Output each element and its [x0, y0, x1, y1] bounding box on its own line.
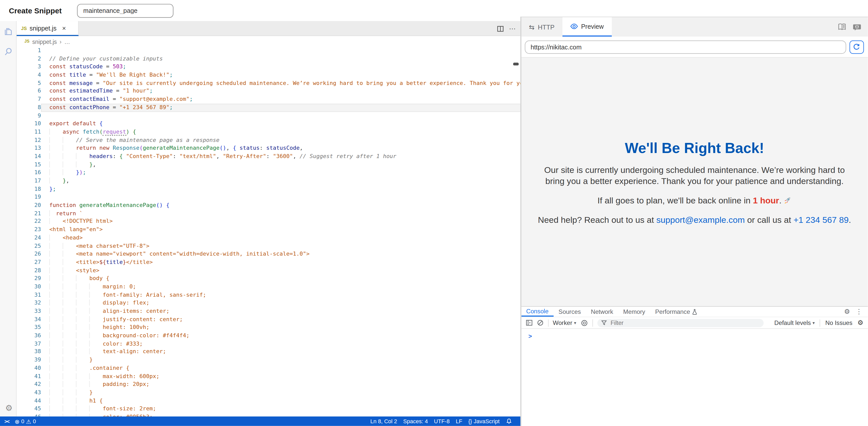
code-line: 44 h1 {: [17, 397, 521, 405]
clear-console-icon[interactable]: [537, 319, 543, 326]
line-number: 27: [17, 258, 41, 266]
devtools-tab-console[interactable]: Console: [521, 307, 553, 317]
execution-context-selector[interactable]: Worker ▾: [553, 319, 576, 326]
context-label: Worker: [553, 319, 572, 326]
code-line: 26 <meta name="viewport" content="width=…: [17, 250, 521, 258]
code-line-content: margin: 0;: [41, 283, 521, 291]
line-number: 30: [17, 283, 41, 291]
problems-indicator[interactable]: ⊗ 0 ⚠ 0: [14, 418, 36, 425]
files-icon[interactable]: [3, 27, 13, 37]
url-row: [521, 36, 868, 57]
breadcrumb-file[interactable]: snippet.js: [32, 38, 57, 45]
code-line-content: const title = "We'll Be Right Back!";: [41, 71, 521, 79]
editor-scrollbar-thumb[interactable]: [513, 63, 518, 65]
filter-input[interactable]: [609, 319, 760, 327]
notifications-bell-icon[interactable]: [506, 418, 512, 424]
eta-value: 1 hour: [753, 196, 779, 205]
code-line: 8const contactPhone = "+1 234 567 89";: [17, 104, 521, 112]
code-line-content: const contactPhone = "+1 234 567 89";: [41, 104, 521, 112]
devtools-tabbar: ConsoleSourcesNetworkMemoryPerformance ⚙…: [521, 307, 868, 317]
refresh-button[interactable]: [849, 40, 864, 54]
eta-prefix: If all goes to plan, we'll be back onlin…: [597, 196, 753, 205]
devtools-tab-memory[interactable]: Memory: [618, 307, 650, 317]
encoding-setting[interactable]: UTF-8: [434, 418, 450, 424]
devtools-tab-network[interactable]: Network: [586, 307, 618, 317]
phone-link[interactable]: +1 234 567 89: [794, 215, 848, 225]
code-editor[interactable]: 12// Define your customizable inputs3con…: [17, 47, 521, 417]
error-count: 0: [21, 418, 24, 424]
code-line-content: body {: [41, 275, 521, 283]
console-sidebar-toggle-icon[interactable]: [526, 319, 532, 326]
breadcrumb[interactable]: JS snippet.js › …: [17, 36, 521, 47]
snippet-name-input[interactable]: [77, 3, 174, 18]
line-number: 23: [17, 226, 41, 234]
line-number: 11: [17, 128, 41, 136]
settings-gear-icon[interactable]: ⚙: [4, 403, 14, 413]
devtools-tab-label: Sources: [558, 308, 581, 315]
devtools-tab-sources[interactable]: Sources: [553, 307, 586, 317]
tab-preview[interactable]: Preview: [562, 17, 612, 36]
more-actions-icon[interactable]: ⋯: [509, 25, 516, 32]
language-mode[interactable]: {} JavaScript: [468, 418, 499, 424]
discord-icon[interactable]: [853, 23, 861, 31]
editor-tab-snippet-js[interactable]: JS snippet.js ×: [17, 21, 79, 36]
line-number: 34: [17, 315, 41, 323]
devtools-settings-gear-icon[interactable]: ⚙: [844, 308, 850, 316]
code-line-content: padding: 20px;: [41, 380, 521, 389]
remote-indicator-icon[interactable]: ><: [4, 419, 9, 424]
indentation-setting[interactable]: Spaces: 4: [403, 418, 428, 424]
code-line-content: return `: [41, 209, 521, 218]
line-number: 7: [17, 95, 41, 104]
devtools-tab-label: Memory: [623, 308, 645, 315]
code-line-content: // Serve the maintenance page as a respo…: [41, 136, 521, 144]
activity-bar: ⚙: [0, 21, 17, 417]
split-editor-icon[interactable]: [497, 25, 503, 32]
tab-preview-label: Preview: [581, 23, 604, 29]
devtools-tab-performance[interactable]: Performance: [650, 307, 702, 317]
breadcrumb-more[interactable]: …: [64, 38, 70, 45]
console-filter[interactable]: [597, 319, 764, 327]
line-number: 38: [17, 348, 41, 356]
app-root: Create Snippet Cancel Snippet rule Deplo…: [0, 0, 868, 426]
line-number: 45: [17, 405, 41, 413]
line-number: 16: [17, 169, 41, 177]
levels-label: Default levels: [774, 319, 811, 326]
code-line-content: }: [41, 389, 521, 397]
help-suffix: .: [848, 215, 851, 225]
console-input-row[interactable]: >: [521, 329, 868, 340]
close-icon[interactable]: ×: [62, 25, 66, 31]
code-line-content: .container {: [41, 364, 521, 372]
issues-counter[interactable]: No Issues: [825, 319, 852, 326]
preview-url-input[interactable]: [524, 40, 846, 54]
cursor-position[interactable]: Ln 8, Col 2: [370, 418, 397, 424]
log-levels-dropdown[interactable]: Default levels ▾: [774, 319, 815, 326]
console-toolbar: Worker ▾: [521, 317, 868, 329]
code-line: 38 text-align: center;: [17, 348, 521, 356]
code-line: 30 margin: 0;: [17, 283, 521, 291]
tab-http-label: HTTP: [538, 24, 554, 30]
kebab-menu-icon[interactable]: ⋮: [856, 308, 862, 316]
support-email-link[interactable]: support@example.com: [656, 215, 745, 225]
line-number: 13: [17, 144, 41, 152]
chevron-right-icon: ›: [60, 38, 62, 45]
eta-line: If all goes to plan, we'll be back onlin…: [521, 196, 868, 207]
line-number: 10: [17, 120, 41, 128]
code-line: 46 color: #0056b3;: [17, 413, 521, 417]
code-line-content: <head>: [41, 234, 521, 242]
code-lines: 12// Define your customizable inputs3con…: [17, 47, 521, 417]
devtools-tab-label: Network: [591, 308, 613, 315]
live-expression-eye-icon[interactable]: [581, 319, 588, 326]
code-line-content: <meta charset="UTF-8">: [41, 242, 521, 250]
line-number: 43: [17, 389, 41, 397]
code-line-content: <title>${title}</title>: [41, 258, 521, 266]
search-icon[interactable]: [3, 47, 13, 57]
line-number: 26: [17, 250, 41, 258]
code-line-content: <meta name="viewport" content="width=dev…: [41, 250, 521, 258]
swap-arrows-icon: ⇆: [529, 23, 534, 31]
line-number: 21: [17, 209, 41, 218]
eol-setting[interactable]: LF: [456, 418, 462, 424]
docs-book-icon[interactable]: [838, 23, 846, 30]
code-line: 3const statusCode = 503;: [17, 63, 521, 71]
console-settings-gear-icon[interactable]: ⚙: [858, 319, 864, 327]
tab-http[interactable]: ⇆ HTTP: [521, 17, 562, 36]
